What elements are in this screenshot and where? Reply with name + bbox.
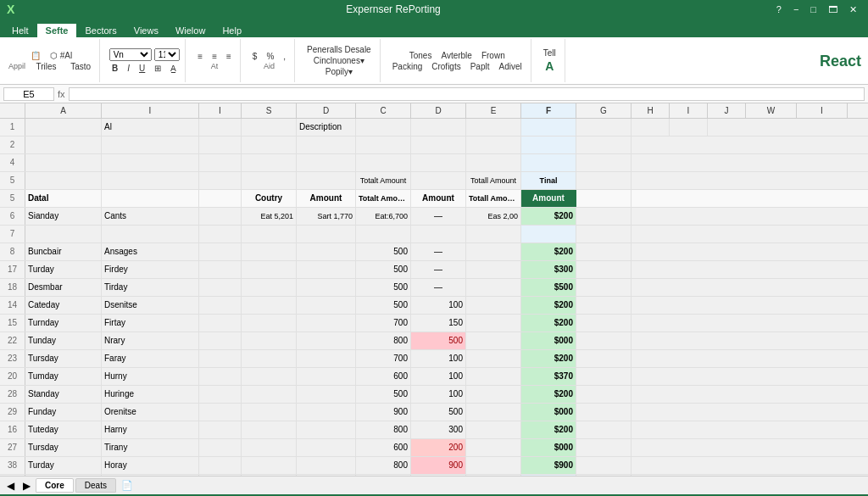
- cell-h1[interactable]: [632, 119, 670, 136]
- cell-a4[interactable]: [25, 154, 102, 171]
- format-btn[interactable]: Frown: [478, 50, 509, 61]
- cell-s4[interactable]: [242, 154, 297, 171]
- cell-r27[interactable]: [199, 439, 242, 456]
- restore-button[interactable]: □: [806, 4, 821, 15]
- cell-a15[interactable]: Turnday: [25, 315, 102, 332]
- cell-c9[interactable]: 500: [356, 261, 411, 278]
- cell-d28b[interactable]: 100: [411, 386, 466, 403]
- react-btn[interactable]: A: [542, 59, 557, 74]
- cell-f9[interactable]: $300: [521, 261, 576, 278]
- cell-d16b[interactable]: 300: [411, 421, 466, 438]
- cell-d9b[interactable]: —: [411, 261, 466, 278]
- col-header-e[interactable]: E: [466, 103, 521, 118]
- col-header-i3[interactable]: I: [670, 103, 708, 118]
- cell-d5a-b[interactable]: [411, 172, 466, 189]
- cell-f5[interactable]: Amount: [521, 190, 576, 207]
- underline-btn[interactable]: U: [136, 63, 148, 74]
- cell-f4[interactable]: [521, 154, 576, 171]
- cell-e28[interactable]: [466, 386, 521, 403]
- col-header-w[interactable]: W: [746, 103, 797, 118]
- cell-e16[interactable]: [466, 421, 521, 438]
- col-header-f[interactable]: F: [521, 103, 576, 118]
- cell-g22[interactable]: [576, 332, 632, 349]
- cell-f29[interactable]: $000: [521, 404, 576, 421]
- cell-a38[interactable]: Turday: [25, 457, 102, 474]
- delete-btn[interactable]: Avterble: [437, 50, 476, 61]
- cell-e7[interactable]: [466, 226, 521, 242]
- cell-c15[interactable]: 700: [356, 315, 411, 332]
- cell-a10[interactable]: Desmbar: [25, 279, 102, 296]
- paplt-btn[interactable]: Paplt: [467, 61, 493, 72]
- cell-e22[interactable]: [466, 332, 521, 349]
- tab-sefte[interactable]: Sefte: [37, 24, 77, 37]
- cell-f14[interactable]: $200: [521, 297, 576, 314]
- cell-a23[interactable]: Tursday: [25, 350, 102, 367]
- col-header-i2[interactable]: I: [199, 103, 242, 118]
- tasto-btn[interactable]: Tasto: [67, 61, 94, 72]
- cell-s10[interactable]: [242, 279, 297, 296]
- cell-i14[interactable]: Dsenitse: [102, 297, 199, 314]
- cell-i1[interactable]: Al: [102, 119, 199, 136]
- cell-r10[interactable]: [199, 279, 242, 296]
- cell-r5a[interactable]: [199, 172, 242, 189]
- cell-a19[interactable]: [25, 475, 102, 476]
- cell-f19[interactable]: [521, 475, 576, 476]
- cell-s27[interactable]: [242, 439, 297, 456]
- cell-i28[interactable]: Huringe: [102, 386, 199, 403]
- fill-btn[interactable]: A̲: [167, 63, 180, 74]
- tab-bectors[interactable]: Bectors: [76, 24, 125, 37]
- nav-left-btn[interactable]: ◀: [3, 480, 18, 492]
- cell-d5b[interactable]: Amount: [411, 190, 466, 207]
- cell-c5[interactable]: Totalt Amount: [356, 190, 411, 207]
- cell-r20[interactable]: [199, 368, 242, 385]
- cell-s16[interactable]: [242, 421, 297, 438]
- cell-i22[interactable]: Nrary: [102, 332, 199, 349]
- cell-e5a[interactable]: Totall Amount: [466, 172, 521, 189]
- crofigts-btn[interactable]: Crofigts: [428, 61, 464, 72]
- cell-f38[interactable]: $900: [521, 457, 576, 474]
- cell-s20[interactable]: [242, 368, 297, 385]
- percent-btn[interactable]: %: [263, 51, 277, 62]
- cell-s2[interactable]: [242, 137, 297, 153]
- cell-s23[interactable]: [242, 350, 297, 367]
- cell-d10b[interactable]: —: [411, 279, 466, 296]
- cell-a6[interactable]: Sianday: [25, 208, 102, 225]
- cell-s29[interactable]: [242, 404, 297, 421]
- cell-d6[interactable]: Sart 1,770: [297, 208, 356, 225]
- cell-g14[interactable]: [576, 297, 632, 314]
- cell-i8[interactable]: Ansages: [102, 243, 199, 260]
- cell-g28[interactable]: [576, 386, 632, 403]
- cell-c19[interactable]: [356, 475, 411, 476]
- bold-btn[interactable]: B: [108, 63, 121, 74]
- packing-btn[interactable]: Packing: [389, 61, 426, 72]
- paste-btn[interactable]: 📋: [27, 50, 44, 61]
- cell-c6[interactable]: Eat:6,700: [356, 208, 411, 225]
- cell-a22[interactable]: Tunday: [25, 332, 102, 349]
- cell-i23[interactable]: Faray: [102, 350, 199, 367]
- cell-e10[interactable]: [466, 279, 521, 296]
- conditional-format-btn[interactable]: Peneralls Desale: [303, 44, 375, 55]
- cell-f2[interactable]: [521, 137, 576, 153]
- cell-r5[interactable]: [199, 190, 242, 207]
- cell-d22[interactable]: [297, 332, 356, 349]
- close-button[interactable]: ✕: [845, 4, 861, 15]
- cell-s28[interactable]: [242, 386, 297, 403]
- cell-g9[interactable]: [576, 261, 632, 278]
- cell-d23[interactable]: [297, 350, 356, 367]
- adivel-btn[interactable]: Adivel: [496, 61, 526, 72]
- cell-r15[interactable]: [199, 315, 242, 332]
- cell-r6[interactable]: [199, 208, 242, 225]
- font-select[interactable]: Vn: [109, 48, 152, 61]
- cell-r14[interactable]: [199, 297, 242, 314]
- cell-f16[interactable]: $200: [521, 421, 576, 438]
- cell-d7b[interactable]: [411, 226, 466, 242]
- cell-g19[interactable]: [576, 475, 632, 476]
- cell-e19[interactable]: [466, 475, 521, 476]
- cell-f1[interactable]: [521, 119, 576, 136]
- cell-d1[interactable]: Description: [297, 119, 356, 136]
- cell-f28[interactable]: $200: [521, 386, 576, 403]
- cell-i29[interactable]: Orenitse: [102, 404, 199, 421]
- cell-a14[interactable]: Cateday: [25, 297, 102, 314]
- cell-d5[interactable]: Amount: [297, 190, 356, 207]
- cell-d22b[interactable]: 500: [411, 332, 466, 349]
